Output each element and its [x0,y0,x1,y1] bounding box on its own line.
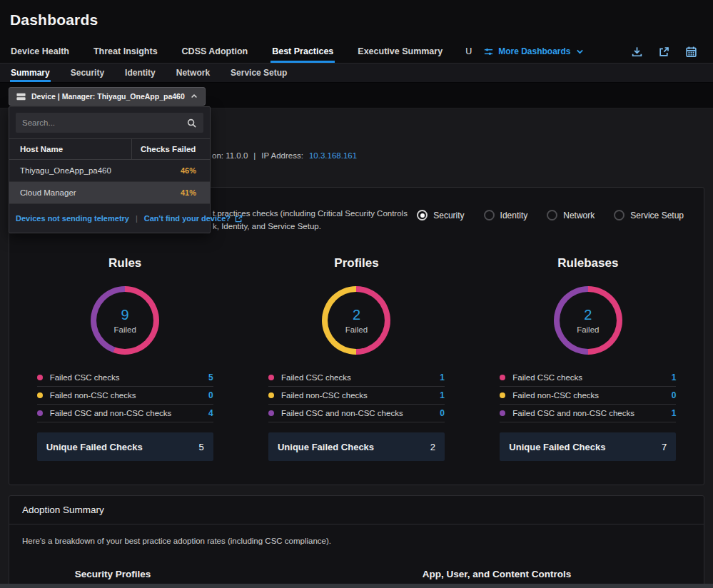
more-dashboards-button[interactable]: More Dashboards [483,40,584,63]
legend-label: Failed non-CSC checks [50,391,136,400]
page-title: Dashboards [10,11,713,29]
donut-label: Failed [577,325,599,334]
radio-security[interactable]: Security [417,210,464,220]
sliders-icon [483,46,494,57]
subtab-security[interactable]: Security [70,64,105,82]
legend-dot-purple [268,410,274,416]
legend-value[interactable]: 4 [208,408,213,418]
rules-donut-chart[interactable]: 9 Failed [91,286,159,355]
legend-row: Failed non-CSC checks 0 [37,387,213,405]
subtab-network[interactable]: Network [176,64,211,82]
chart-title: Rules [108,256,141,270]
calendar-icon[interactable] [685,46,697,58]
chart-column-profiles: Profiles 2 Failed Failed CSC checks 1 [241,256,472,461]
radio-label: Service Setup [630,211,684,220]
radio-label: Identity [500,211,528,220]
device-row-thiyagu[interactable]: Thiyagu_OneApp_pa460 46% [9,160,210,182]
device-row-cloud-manager[interactable]: Cloud Manager 41% [9,182,210,204]
subtab-service-setup[interactable]: Service Setup [230,64,288,82]
legend-value[interactable]: 1 [672,372,677,382]
adoption-summary-title: Adoption Summary [9,496,704,524]
legend-value[interactable]: 1 [440,390,445,400]
toolbar-icons [631,40,700,63]
app-header: Dashboards [0,0,713,40]
device-search-box [16,113,203,133]
footer-separator: | [136,214,138,223]
subtab-identity[interactable]: Identity [124,64,156,82]
horizontal-scrollbar[interactable] [0,584,713,588]
search-input[interactable] [22,118,186,127]
legend-value[interactable]: 0 [440,408,445,418]
legend-label: Failed non-CSC checks [281,391,368,400]
legend-value[interactable]: 0 [672,390,677,400]
legend-row: Failed CSC checks 5 [37,369,213,387]
donut-label: Failed [113,325,136,334]
charts-row: Rules 9 Failed Failed CSC checks 5 [9,256,704,461]
column-checks-failed: Checks Failed [131,139,210,159]
heading-app-user-content-controls: App, User, and Content Controls [386,569,607,579]
profiles-donut-chart[interactable]: 2 Failed [322,286,390,355]
donut-center: 2 Failed [554,286,622,355]
legend-value[interactable]: 5 [208,372,213,382]
ip-label: IP Address: [261,151,303,160]
unique-failed-checks-box: Unique Failed Checks 7 [500,432,676,461]
legend-value[interactable]: 0 [208,390,213,400]
radio-service-setup[interactable]: Service Setup [614,210,684,220]
legend-dot-pink [268,375,274,380]
device-selector-button[interactable]: Device | Manager: Thiyagu_OneApp_pa460 [9,87,206,106]
legend-row: Failed CSC and non-CSC checks 0 [268,405,445,422]
dropdown-footer: Devices not sending telemetry | Can't fi… [9,204,210,233]
unique-failed-checks-box: Unique Failed Checks 2 [268,432,445,461]
tabbar-spacer [585,40,631,63]
external-link-icon [234,214,243,223]
legend-label: Failed CSC and non-CSC checks [512,409,634,417]
download-icon[interactable] [631,46,643,58]
telemetry-link[interactable]: Devices not sending telemetry [16,214,129,223]
donut-label: Failed [345,325,368,334]
donut-center: 2 Failed [322,286,390,355]
radio-network[interactable]: Network [547,210,595,220]
device-dropdown-panel: Host Name Checks Failed Thiyagu_OneApp_p… [9,106,211,233]
tab-executive-summary[interactable]: Executive Summary [356,40,444,63]
tab-threat-insights[interactable]: Threat Insights [92,40,159,63]
device-table-header: Host Name Checks Failed [9,138,210,160]
find-device-link[interactable]: Can't find your device? [144,214,243,223]
adoption-summary-card: Adoption Summary Here's a breakdown of y… [9,495,704,588]
legend-value[interactable]: 1 [672,408,677,418]
version-fragment: on: 11.0.0 [212,151,248,160]
tab-best-practices[interactable]: Best Practices [270,40,335,63]
radio-identity[interactable]: Identity [484,210,528,220]
device-selector-label: Device | Manager: Thiyagu_OneApp_pa460 [31,92,185,101]
ip-value[interactable]: 10.3.168.161 [309,151,357,160]
legend-label: Failed non-CSC checks [512,391,599,400]
rulebases-donut-chart[interactable]: 2 Failed [554,286,622,355]
share-icon[interactable] [658,46,670,58]
legend-dot-pink [500,375,505,380]
search-icon[interactable] [186,118,197,128]
chart-column-rules: Rules 9 Failed Failed CSC checks 5 [9,256,241,461]
legend-dot-yellow [268,392,274,398]
unique-failed-value: 2 [430,442,435,452]
legend-row: Failed CSC and non-CSC checks 4 [37,405,213,422]
legend-label: Failed CSC checks [281,373,351,382]
donut-center: 9 Failed [91,286,159,355]
subtab-summary[interactable]: Summary [10,64,51,82]
main-tabbar: Device Health Threat Insights CDSS Adopt… [0,40,713,64]
heading-security-profiles: Security Profiles [38,569,188,579]
donut-value: 2 [584,307,592,323]
tab-device-health[interactable]: Device Health [9,40,71,63]
donut-value: 9 [121,307,129,323]
legend-value[interactable]: 1 [440,372,445,382]
device-info-line: on: 11.0.0 | IP Address: 10.3.168.161 [212,151,357,160]
device-checks-failed: 46% [131,166,210,175]
partial-tab-label[interactable]: U [465,40,472,63]
chart-title: Profiles [334,256,378,270]
column-host-name: Host Name [9,139,131,159]
legend-dot-purple [37,410,43,416]
legend-label: Failed CSC checks [50,373,120,382]
dashboard-screen: Dashboards Device Health Threat Insights… [0,0,713,588]
chevron-down-icon [575,47,585,56]
tab-cdss-adoption[interactable]: CDSS Adoption [181,40,250,63]
radio-circle [547,210,557,220]
adoption-summary-description: Here's a breakdown of your best practice… [9,524,704,545]
